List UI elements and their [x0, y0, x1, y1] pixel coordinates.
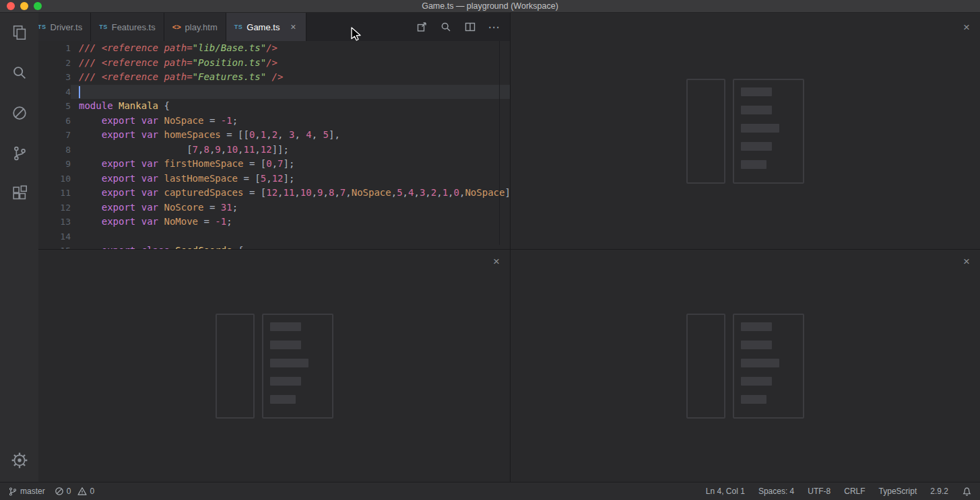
watermark-text-page-icon: [733, 79, 804, 184]
editor-group-top-left: TSDriver.tsTSFeatures.ts<>play.htmTSGame…: [38, 13, 510, 249]
activity-bar-item-explorer[interactable]: [3, 16, 36, 48]
warnings-icon: [77, 487, 87, 496]
indentation[interactable]: Spaces: 4: [758, 487, 794, 496]
text-cursor: [79, 86, 80, 98]
notifications-bell-icon: [962, 487, 972, 497]
line-content[interactable]: export var lastHomeSpace = [5,12];: [71, 172, 510, 186]
close-group-button[interactable]: ×: [490, 255, 503, 269]
language-mode[interactable]: TypeScript: [879, 487, 917, 496]
window-title: Game.ts — playground (Workspace): [422, 1, 558, 11]
tab-list: TSDriver.tsTSFeatures.ts<>play.htmTSGame…: [38, 13, 306, 41]
notifications-bell[interactable]: [962, 487, 972, 497]
tab-game-ts[interactable]: TSGame.ts×: [226, 13, 307, 41]
extensions-icon: [11, 185, 28, 203]
problems-indicator[interactable]: 0 0: [55, 487, 94, 496]
close-icon: ×: [963, 255, 970, 268]
activity-bar-item-search[interactable]: [3, 57, 36, 89]
close-icon: ×: [493, 255, 500, 268]
git-branch-indicator[interactable]: master: [8, 487, 45, 497]
code-line[interactable]: 9 export var firstHomeSpace = [0,7];: [38, 157, 510, 172]
editor-group-bottom-left: ×: [38, 250, 510, 482]
activity-bar-item-source-control[interactable]: [3, 137, 36, 170]
tab-features-ts[interactable]: TSFeatures.ts: [91, 13, 164, 41]
line-content[interactable]: export var firstHomeSpace = [0,7];: [71, 157, 510, 172]
code-line[interactable]: 13 export var NoMove = -1;: [38, 215, 510, 229]
editor-group-top-right: ×: [511, 13, 980, 249]
watermark-page-icon: [686, 79, 725, 184]
source-control-icon: [11, 145, 28, 162]
activity-bar: [0, 13, 38, 482]
line-number: 9: [38, 157, 71, 172]
code-line[interactable]: 5module Mankala {: [38, 99, 510, 114]
line-content[interactable]: export var NoMove = -1;: [71, 215, 510, 229]
line-content[interactable]: export var capturedSpaces = [12,11,10,9,…: [71, 186, 510, 201]
line-number: 5: [38, 99, 71, 114]
toggle-editor-layout-button[interactable]: [460, 18, 480, 36]
line-content[interactable]: export var homeSpaces = [[0,1,2, 3, 4, 5…: [71, 128, 510, 143]
code-line[interactable]: 4: [38, 85, 510, 100]
line-content[interactable]: /// <reference path="Position.ts"/>: [71, 56, 510, 71]
tab-driver-ts[interactable]: TSDriver.ts: [38, 13, 91, 41]
code-line[interactable]: 8 [7,8,9,10,11,12]];: [38, 143, 510, 157]
line-content[interactable]: [7,8,9,10,11,12]];: [71, 143, 510, 157]
line-content[interactable]: /// <reference path="Features.ts" />: [71, 70, 510, 85]
editor-grid: TSDriver.tsTSFeatures.ts<>play.htmTSGame…: [38, 13, 980, 482]
line-content[interactable]: [71, 229, 510, 244]
html-file-icon: <>: [172, 23, 181, 31]
line-content[interactable]: export class SeedCoords {: [71, 244, 510, 249]
zoom-window-button[interactable]: [34, 2, 42, 10]
encoding[interactable]: UTF-8: [808, 487, 830, 496]
code-line[interactable]: 12 export var NoScore = 31;: [38, 201, 510, 215]
close-group-button[interactable]: ×: [960, 21, 973, 34]
overview-ruler: [499, 41, 500, 245]
eol[interactable]: CRLF: [844, 487, 865, 496]
tab-label: play.htm: [185, 22, 218, 32]
close-icon: ×: [963, 21, 970, 34]
line-content[interactable]: export var NoSpace = -1;: [71, 114, 510, 129]
empty-editor-watermark: [216, 314, 333, 419]
tab-close-icon[interactable]: ×: [288, 22, 298, 32]
ts-file-icon: TS: [38, 24, 46, 30]
line-number: 7: [38, 128, 71, 143]
close-window-button[interactable]: [7, 2, 15, 10]
mouse-cursor: [351, 27, 363, 43]
open-changes-button[interactable]: [412, 18, 431, 36]
status-right: Ln 4, Col 1Spaces: 4UTF-8CRLFTypeScript2…: [706, 487, 972, 497]
settings-gear-icon: [11, 452, 28, 469]
line-content[interactable]: [71, 85, 510, 100]
code-line[interactable]: 1/// <reference path="lib/Base.ts"/>: [38, 41, 510, 56]
git-branch-icon: [8, 487, 18, 497]
cursor-position[interactable]: Ln 4, Col 1: [706, 487, 745, 496]
minimize-window-button[interactable]: [20, 2, 28, 10]
code-line[interactable]: 10 export var lastHomeSpace = [5,12];: [38, 172, 510, 186]
line-content[interactable]: module Mankala {: [71, 99, 510, 114]
tab-play-htm[interactable]: <>play.htm: [164, 13, 226, 41]
code-line[interactable]: 2/// <reference path="Position.ts"/>: [38, 56, 510, 71]
line-number: 11: [38, 186, 71, 201]
manage-button[interactable]: [3, 444, 36, 476]
debug-icon: [11, 104, 28, 122]
title-bar: Game.ts — playground (Workspace): [0, 0, 980, 13]
watermark-page-icon: [216, 314, 255, 419]
ts-version[interactable]: 2.9.2: [930, 487, 948, 496]
more-actions-button[interactable]: ⋯: [484, 18, 504, 36]
tab-label: Driver.ts: [51, 22, 83, 32]
close-group-button[interactable]: ×: [960, 255, 973, 269]
code-line[interactable]: 7 export var homeSpaces = [[0,1,2, 3, 4,…: [38, 128, 510, 143]
activity-bar-item-debug[interactable]: [3, 97, 36, 129]
line-number: 8: [38, 143, 71, 157]
code-editor[interactable]: 1/// <reference path="lib/Base.ts"/>2///…: [38, 41, 510, 249]
code-line[interactable]: 14: [38, 229, 510, 244]
code-line[interactable]: 15 export class SeedCoords {: [38, 244, 510, 249]
line-content[interactable]: export var NoScore = 31;: [71, 201, 510, 215]
line-number: 12: [38, 201, 71, 215]
code-line[interactable]: 11 export var capturedSpaces = [12,11,10…: [38, 186, 510, 201]
ts-file-icon: TS: [234, 24, 243, 30]
error-count: 0: [67, 487, 71, 496]
open-preview-button[interactable]: [436, 18, 455, 36]
search-icon: [11, 64, 28, 81]
code-line[interactable]: 3/// <reference path="Features.ts" />: [38, 70, 510, 85]
code-line[interactable]: 6 export var NoSpace = -1;: [38, 114, 510, 129]
activity-bar-item-extensions[interactable]: [3, 178, 36, 210]
line-content[interactable]: /// <reference path="lib/Base.ts"/>: [71, 41, 510, 56]
